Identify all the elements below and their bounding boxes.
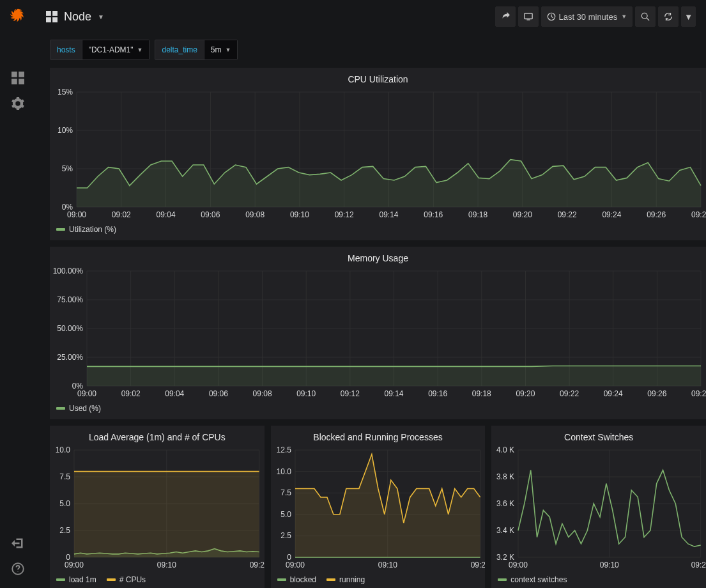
- svg-text:09:24: 09:24: [604, 389, 623, 398]
- svg-text:09:10: 09:10: [600, 561, 619, 569]
- svg-text:09:08: 09:08: [245, 210, 265, 219]
- caret-down-icon: ▼: [98, 13, 104, 20]
- svg-text:2.5: 2.5: [59, 526, 70, 535]
- caret-down-icon: ▼: [621, 13, 627, 20]
- legend-item[interactable]: load 1m: [56, 575, 96, 584]
- legend-item[interactable]: # CPUs: [107, 575, 146, 584]
- svg-rect-9: [19, 72, 24, 77]
- sidebar-settings[interactable]: [5, 91, 31, 116]
- svg-text:100.00%: 100.00%: [53, 267, 84, 275]
- svg-text:09:20: 09:20: [516, 389, 535, 398]
- panel-cpu[interactable]: CPU Utilization 0%5%10%15%09:0009:0209:0…: [50, 68, 706, 240]
- svg-text:09:20: 09:20: [513, 210, 532, 219]
- svg-text:7.5: 7.5: [59, 472, 70, 481]
- svg-rect-3: [52, 17, 58, 22]
- svg-text:09:24: 09:24: [602, 210, 621, 219]
- caret-down-icon: ▼: [226, 47, 231, 53]
- svg-rect-8: [12, 72, 17, 77]
- svg-text:09:26: 09:26: [647, 210, 666, 219]
- svg-text:7.5: 7.5: [280, 488, 291, 497]
- dashboard-title-dropdown[interactable]: Node ▼: [36, 10, 104, 24]
- svg-text:2.5: 2.5: [280, 531, 291, 540]
- svg-text:3.4 K: 3.4 K: [496, 526, 514, 535]
- svg-text:12.5: 12.5: [276, 446, 291, 454]
- svg-text:09:22: 09:22: [558, 210, 577, 219]
- legend-item[interactable]: Utilization (%): [56, 225, 116, 234]
- panel-processes[interactable]: Blocked and Running Processes 02.55.07.5…: [271, 426, 486, 588]
- variable-hosts-value[interactable]: "DC1-ADM1"▼: [82, 40, 150, 59]
- svg-text:10.0: 10.0: [276, 467, 291, 476]
- grafana-logo[interactable]: [0, 0, 36, 33]
- svg-text:09:20: 09:20: [250, 561, 265, 569]
- svg-text:09:06: 09:06: [209, 389, 228, 398]
- chart-context-switches: 3.2 K3.4 K3.6 K3.8 K4.0 K09:0009:1009:20: [491, 446, 706, 571]
- svg-text:5.0: 5.0: [59, 499, 70, 508]
- sidebar-signin[interactable]: [5, 530, 31, 556]
- svg-text:09:22: 09:22: [560, 389, 579, 398]
- chart-processes: 02.55.07.510.012.509:0009:1009:20: [271, 446, 486, 571]
- svg-text:09:10: 09:10: [378, 561, 397, 569]
- chart-load: 02.55.07.510.009:0009:1009:20: [50, 446, 265, 571]
- dashboard-title: Node: [64, 10, 91, 24]
- svg-text:09:00: 09:00: [286, 561, 305, 569]
- refresh-button[interactable]: [658, 6, 679, 27]
- variable-label: hosts: [50, 40, 82, 59]
- svg-text:09:20: 09:20: [691, 561, 706, 569]
- caret-down-icon: ▼: [684, 12, 693, 22]
- svg-rect-1: [52, 11, 58, 16]
- chart-memory: 0%25.00%50.00%75.00%100.00%09:0009:0209:…: [50, 267, 706, 400]
- svg-text:09:02: 09:02: [121, 389, 141, 398]
- refresh-interval-dropdown[interactable]: ▼: [681, 6, 696, 27]
- tv-mode-button[interactable]: [518, 6, 539, 27]
- legend-item[interactable]: running: [326, 575, 365, 584]
- svg-text:09:06: 09:06: [201, 210, 220, 219]
- svg-text:09:16: 09:16: [428, 389, 447, 398]
- dashboard-icon: [46, 11, 58, 22]
- topbar: Node ▼ Last 30 minutes ▼ ▼: [0, 0, 706, 33]
- legend-item[interactable]: blocked: [277, 575, 316, 584]
- svg-text:5%: 5%: [62, 164, 73, 173]
- panel-title: Context Switches: [491, 426, 706, 446]
- sidebar-help[interactable]: [5, 556, 31, 582]
- svg-text:09:12: 09:12: [341, 389, 360, 398]
- variable-delta-time: delta_time 5m▼: [155, 40, 238, 60]
- svg-text:09:04: 09:04: [157, 210, 176, 219]
- sidebar-dashboards[interactable]: [5, 65, 31, 91]
- svg-text:09:02: 09:02: [112, 210, 131, 219]
- svg-text:09:26: 09:26: [647, 389, 666, 398]
- panel-title: CPU Utilization: [50, 68, 706, 88]
- dashboard-content: hosts "DC1-ADM1"▼ delta_time 5m▼ CPU Uti…: [36, 33, 706, 588]
- share-button[interactable]: [495, 6, 516, 27]
- svg-text:09:16: 09:16: [424, 210, 443, 219]
- svg-text:09:28: 09:28: [691, 210, 706, 219]
- svg-text:10.0: 10.0: [56, 446, 71, 454]
- chart-cpu: 0%5%10%15%09:0009:0209:0409:0609:0809:10…: [50, 88, 706, 221]
- svg-text:09:18: 09:18: [472, 389, 491, 398]
- svg-text:75.00%: 75.00%: [57, 295, 83, 304]
- legend-item[interactable]: Used (%): [56, 404, 101, 413]
- svg-text:09:04: 09:04: [165, 389, 184, 398]
- svg-text:15%: 15%: [58, 88, 73, 97]
- svg-text:09:00: 09:00: [67, 210, 86, 219]
- panel-load[interactable]: Load Average (1m) and # of CPUs 02.55.07…: [50, 426, 265, 588]
- svg-text:5.0: 5.0: [280, 510, 291, 519]
- svg-text:09:18: 09:18: [468, 210, 487, 219]
- caret-down-icon: ▼: [137, 47, 143, 53]
- legend-item[interactable]: context switches: [498, 575, 567, 584]
- svg-text:4.0 K: 4.0 K: [496, 446, 514, 454]
- zoom-out-button[interactable]: [635, 6, 656, 27]
- panel-context-switches[interactable]: Context Switches 3.2 K3.4 K3.6 K3.8 K4.0…: [491, 426, 706, 588]
- svg-text:09:10: 09:10: [296, 389, 316, 398]
- svg-text:09:00: 09:00: [65, 561, 84, 569]
- svg-text:09:20: 09:20: [470, 561, 485, 569]
- time-range-label: Last 30 minutes: [558, 12, 617, 22]
- svg-rect-4: [525, 13, 532, 19]
- svg-text:25.00%: 25.00%: [57, 353, 83, 362]
- time-range-picker[interactable]: Last 30 minutes ▼: [541, 6, 633, 27]
- variable-row: hosts "DC1-ADM1"▼ delta_time 5m▼: [50, 40, 706, 60]
- variable-delta-value[interactable]: 5m▼: [204, 40, 238, 59]
- svg-text:50.00%: 50.00%: [57, 324, 83, 333]
- panel-memory[interactable]: Memory Usage 0%25.00%50.00%75.00%100.00%…: [50, 247, 706, 419]
- svg-text:09:14: 09:14: [379, 210, 398, 219]
- variable-label: delta_time: [155, 40, 203, 59]
